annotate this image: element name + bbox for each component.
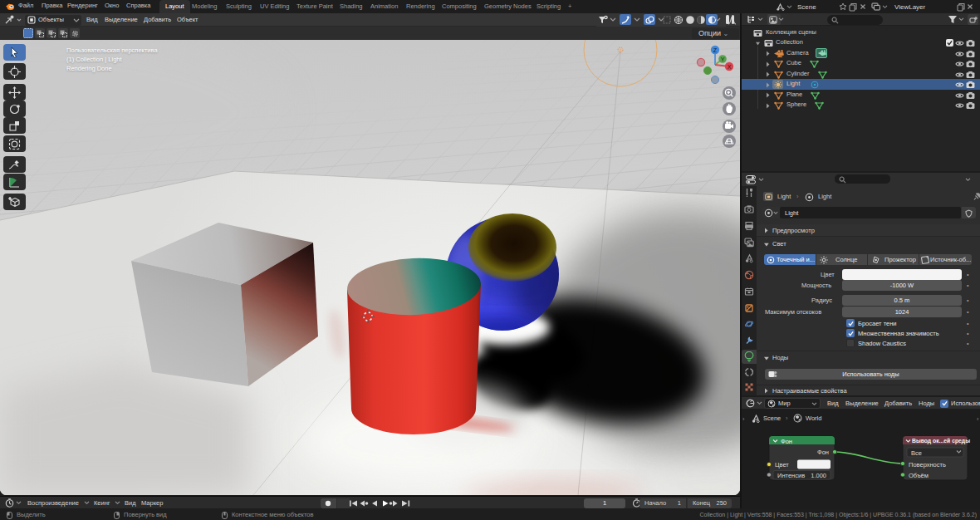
svg-text:Поверхность: Поверхность xyxy=(909,461,946,468)
svg-text:Все: Все xyxy=(911,449,922,457)
svg-text:Интенсив: Интенсив xyxy=(777,472,805,479)
svg-text:Цвет: Цвет xyxy=(775,461,789,468)
svg-text:Y: Y xyxy=(721,56,725,62)
svg-text:Вывод ок...ей среды: Вывод ок...ей среды xyxy=(912,438,970,444)
svg-text:Фон: Фон xyxy=(817,449,829,456)
svg-text:X: X xyxy=(728,64,732,70)
svg-text:1.000: 1.000 xyxy=(811,472,826,479)
svg-text:Объём: Объём xyxy=(909,472,929,479)
svg-text:Z: Z xyxy=(713,47,718,53)
svg-text:Фон: Фон xyxy=(781,438,792,445)
